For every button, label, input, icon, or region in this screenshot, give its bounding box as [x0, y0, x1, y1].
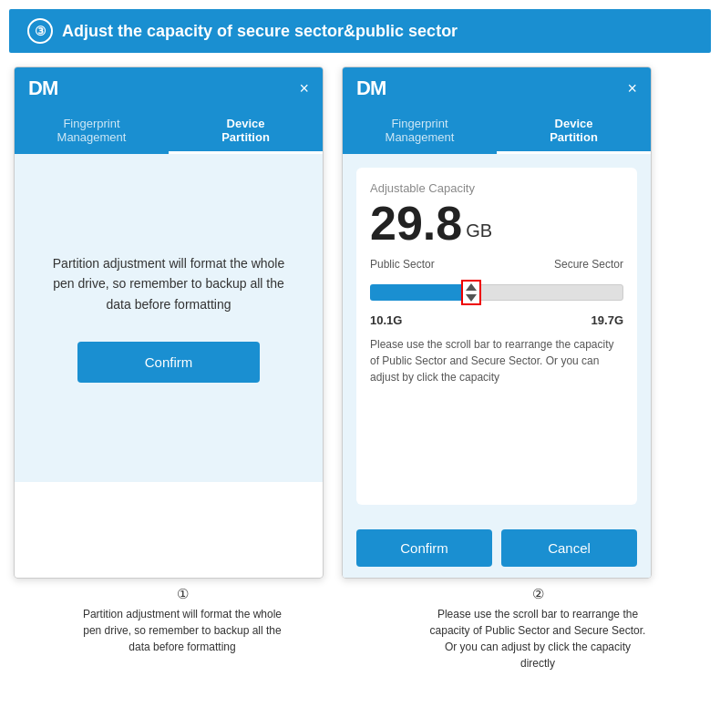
right-logo: DM	[356, 77, 386, 100]
arrow-down-icon	[466, 294, 477, 302]
right-confirm-button[interactable]: Confirm	[356, 529, 492, 567]
right-step-number: ②	[369, 586, 706, 602]
arrow-up-icon	[466, 283, 477, 291]
right-tabs: FingerprintManagement DevicePartition	[343, 109, 651, 154]
left-content: Partition adjustment will format the who…	[33, 172, 304, 464]
left-close-button[interactable]: ×	[299, 80, 309, 97]
help-text: Please use the scroll bar to rearrange t…	[370, 336, 623, 385]
right-step-desc: Please use the scroll bar to rearrange t…	[369, 606, 706, 672]
secure-size: 19.7G	[591, 313, 623, 327]
step-circle: ③	[27, 18, 53, 44]
right-titlebar: DM ×	[343, 67, 651, 109]
capacity-number: 29.8	[370, 200, 462, 247]
left-tabs: FingerprintManagement DevicePartition	[15, 109, 323, 154]
right-tab-device-partition[interactable]: DevicePartition	[497, 109, 651, 154]
slider-fill	[370, 284, 471, 301]
left-step-desc: Partition adjustment will format the who…	[14, 606, 351, 655]
caption-row: ① Partition adjustment will format the w…	[0, 579, 720, 672]
capacity-unit: GB	[466, 221, 492, 240]
left-logo: DM	[28, 77, 57, 100]
left-caption: ① Partition adjustment will format the w…	[14, 579, 351, 672]
secure-sector-label: Secure Sector	[554, 258, 623, 271]
right-caption: ② Please use the scroll bar to rearrange…	[369, 579, 706, 672]
slider-thumb[interactable]	[461, 280, 481, 305]
size-labels: 10.1G 19.7G	[370, 313, 623, 327]
capacity-card: Adjustable Capacity 29.8 GB Public Secto…	[356, 168, 637, 505]
adjustable-label: Adjustable Capacity	[370, 181, 623, 195]
panels-row: DM × FingerprintManagement DevicePartiti…	[0, 53, 720, 579]
header-banner: ③ Adjust the capacity of secure sector&p…	[9, 9, 711, 53]
slider-track	[370, 284, 623, 301]
public-sector-label: Public Sector	[370, 258, 435, 271]
slider-empty	[471, 284, 623, 301]
header-title: Adjust the capacity of secure sector&pub…	[62, 22, 458, 41]
action-buttons: Confirm Cancel	[343, 518, 651, 578]
right-close-button[interactable]: ×	[627, 80, 637, 97]
step-number-header: ③	[35, 24, 46, 38]
slider-container[interactable]	[370, 276, 623, 309]
right-body: Adjustable Capacity 29.8 GB Public Secto…	[343, 154, 651, 518]
left-tab-fingerprint[interactable]: FingerprintManagement	[15, 109, 169, 154]
sector-labels: Public Sector Secure Sector	[370, 258, 623, 271]
left-dm-window: DM × FingerprintManagement DevicePartiti…	[14, 67, 324, 579]
left-tab-device-partition[interactable]: DevicePartition	[169, 109, 323, 154]
right-tab-fingerprint[interactable]: FingerprintManagement	[343, 109, 497, 154]
left-confirm-button[interactable]: Confirm	[77, 342, 260, 383]
warning-text: Partition adjustment will format the who…	[33, 253, 304, 314]
public-size: 10.1G	[370, 313, 402, 327]
right-dm-window: DM × FingerprintManagement DevicePartiti…	[342, 67, 652, 579]
left-body: Partition adjustment will format the who…	[15, 154, 323, 482]
left-step-number: ①	[14, 586, 351, 602]
left-titlebar: DM ×	[15, 67, 323, 109]
capacity-display: 29.8 GB	[370, 200, 623, 247]
right-cancel-button[interactable]: Cancel	[501, 529, 637, 567]
